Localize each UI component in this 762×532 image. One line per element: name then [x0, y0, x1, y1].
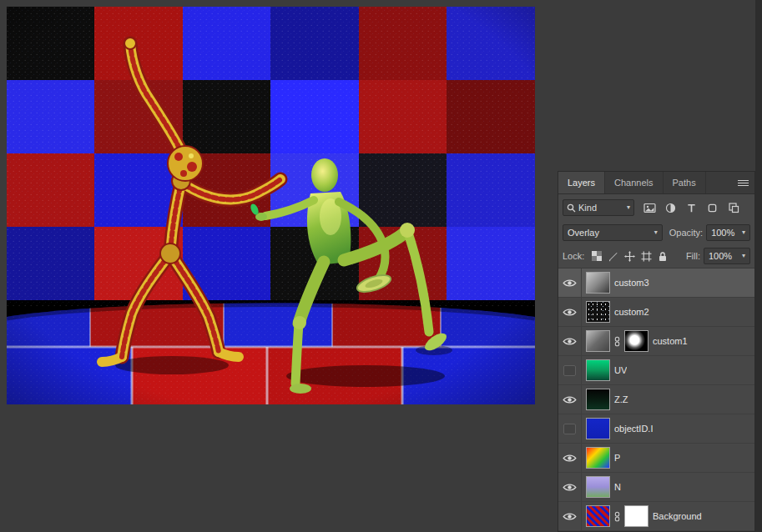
tab-paths[interactable]: Paths: [664, 172, 706, 193]
layer-thumbnail[interactable]: [586, 389, 610, 410]
type-icon: [686, 203, 697, 213]
layer-row-main[interactable]: objectID.I: [582, 414, 754, 443]
panel-tab-bar: Layers Channels Paths: [558, 172, 754, 194]
lock-transparency-button[interactable]: [592, 251, 602, 261]
layer-row[interactable]: P: [558, 444, 754, 473]
chevron-down-icon: ▾: [627, 204, 630, 211]
fill-dropdown[interactable]: 100% ▾: [704, 248, 750, 264]
layer-row[interactable]: custom2: [558, 298, 754, 327]
layer-name[interactable]: Z.Z: [614, 394, 628, 404]
visibility-toggle[interactable]: [558, 356, 582, 384]
layer-row-main[interactable]: custom1: [582, 327, 754, 355]
layer-row[interactable]: Background: [558, 502, 754, 531]
panel-menu-button[interactable]: [731, 172, 754, 193]
eye-icon: [563, 395, 577, 404]
lock-all-button[interactable]: [658, 251, 668, 262]
layer-name[interactable]: custom1: [653, 336, 688, 346]
kind-filter-label: Kind: [578, 203, 624, 213]
shape-filter-button[interactable]: [703, 199, 722, 217]
layer-thumbnail[interactable]: [586, 447, 610, 469]
tab-channels[interactable]: Channels: [605, 172, 663, 193]
lock-label: Lock:: [563, 251, 584, 261]
blend-mode-dropdown[interactable]: Overlay ▾: [563, 224, 663, 241]
kind-filter-dropdown[interactable]: Kind ▾: [563, 199, 634, 216]
blend-row: Overlay ▾ Opacity: 100% ▾: [558, 221, 754, 244]
chevron-down-icon: ▾: [654, 229, 658, 236]
layer-row-main[interactable]: N: [582, 473, 754, 501]
layer-name[interactable]: custom2: [614, 307, 649, 317]
visibility-toggle[interactable]: [558, 444, 582, 472]
link-icon: [614, 336, 620, 347]
lock-artboard-button[interactable]: [641, 251, 652, 262]
layer-row[interactable]: Z.Z: [558, 385, 754, 414]
layer-row[interactable]: custom3: [558, 269, 754, 298]
eye-icon: [563, 279, 577, 288]
filter-type-icons: [640, 199, 743, 217]
layer-name[interactable]: P: [614, 453, 620, 463]
layer-name[interactable]: N: [614, 482, 621, 492]
document-canvas[interactable]: [7, 7, 535, 404]
layer-mask-thumbnail[interactable]: [624, 505, 648, 527]
eye-icon: [563, 454, 577, 463]
visibility-toggle[interactable]: [558, 414, 582, 443]
layers-panel: Layers Channels Paths Kind ▾: [558, 171, 755, 532]
eye-icon: [563, 512, 577, 521]
type-filter-button[interactable]: [682, 199, 701, 217]
lock-position-button[interactable]: [624, 251, 635, 262]
eye-icon: [563, 337, 577, 346]
smart-object-filter-button[interactable]: [724, 199, 743, 217]
adjustment-icon: [665, 203, 676, 213]
tab-layers[interactable]: Layers: [558, 172, 605, 193]
opacity-dropdown[interactable]: 100% ▾: [706, 224, 750, 241]
visibility-toggle[interactable]: [558, 298, 582, 326]
layer-thumbnail[interactable]: [586, 272, 610, 294]
visibility-toggle[interactable]: [558, 473, 582, 501]
fill-group: Fill: 100% ▾: [679, 248, 750, 264]
layer-row-main[interactable]: custom3: [582, 269, 754, 297]
smart-object-icon: [728, 202, 739, 213]
visibility-toggle[interactable]: [558, 269, 582, 297]
layer-row-main[interactable]: Background: [582, 502, 754, 530]
visibility-toggle[interactable]: [558, 385, 582, 414]
eye-icon: [563, 483, 577, 492]
layer-row-main[interactable]: Z.Z: [582, 385, 754, 414]
window-edge: [755, 0, 762, 532]
adjustment-filter-button[interactable]: [661, 199, 680, 217]
opacity-value: 100%: [711, 228, 739, 238]
layer-thumbnail[interactable]: [586, 476, 610, 498]
layer-list: custom3 custom2: [558, 268, 754, 531]
hamburger-icon: [738, 178, 749, 188]
layer-thumbnail[interactable]: [586, 330, 610, 352]
layer-name[interactable]: objectID.I: [614, 424, 653, 434]
layer-row-main[interactable]: UV: [582, 356, 754, 384]
chevron-down-icon: ▾: [742, 229, 745, 236]
layer-row-main[interactable]: P: [582, 444, 754, 472]
layer-row-main[interactable]: custom2: [582, 298, 754, 326]
layer-name[interactable]: Background: [653, 511, 702, 521]
layer-row[interactable]: objectID.I: [558, 414, 754, 444]
layer-row[interactable]: UV: [558, 356, 754, 385]
layer-thumbnail[interactable]: [586, 301, 610, 323]
search-icon: [567, 203, 576, 213]
fill-label: Fill:: [686, 251, 700, 261]
layer-name[interactable]: UV: [614, 365, 627, 375]
layer-row[interactable]: custom1: [558, 327, 754, 356]
blend-mode-value: Overlay: [568, 228, 651, 238]
lock-row: Lock:: [558, 244, 754, 268]
pixel-filter-button[interactable]: [640, 199, 659, 217]
eye-empty: [563, 424, 576, 434]
lock-pixels-button[interactable]: [608, 251, 618, 262]
visibility-toggle[interactable]: [558, 327, 582, 355]
layer-thumbnail[interactable]: [586, 418, 610, 439]
render-scene: [7, 7, 535, 404]
layer-name[interactable]: custom3: [614, 278, 649, 288]
padlock-icon: [658, 251, 668, 262]
layer-row[interactable]: N: [558, 473, 754, 502]
visibility-toggle[interactable]: [558, 502, 582, 530]
layer-mask-thumbnail[interactable]: [624, 330, 648, 352]
image-icon: [643, 203, 656, 213]
layer-thumbnail[interactable]: [586, 359, 610, 381]
checkerboard-icon: [592, 251, 602, 261]
fill-value: 100%: [709, 251, 739, 261]
layer-thumbnail[interactable]: [586, 505, 610, 527]
